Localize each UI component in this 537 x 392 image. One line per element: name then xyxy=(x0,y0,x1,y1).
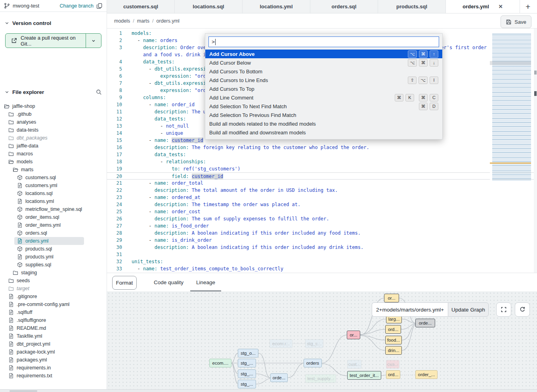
format-button[interactable]: Format xyxy=(112,276,137,290)
lineage-node[interactable]: or... xyxy=(384,294,399,302)
file-row[interactable]: supplies.sql xyxy=(0,261,107,269)
file-row[interactable]: customers.sql xyxy=(0,174,107,182)
palette-item[interactable]: Build all models related to the modified… xyxy=(205,119,442,128)
tab-orders.sql[interactable]: orders.sql xyxy=(310,0,378,13)
file-row[interactable]: Taskfile.yml xyxy=(0,332,107,340)
file-row[interactable]: jaffle-shop xyxy=(0,102,107,110)
lineage-node[interactable]: orders xyxy=(304,359,322,367)
editor-scrollbar[interactable] xyxy=(534,29,537,273)
palette-item[interactable]: Add Selection To Previous Find Match xyxy=(205,111,442,119)
lineage-node[interactable]: cus... xyxy=(386,360,399,369)
file-row[interactable]: locations.yml xyxy=(0,197,107,205)
file-explorer-header[interactable]: File explorer xyxy=(0,88,107,96)
file-row[interactable]: requirements.txt xyxy=(0,372,107,380)
copy-icon[interactable] xyxy=(96,3,103,9)
file-row[interactable]: package-lock.yml xyxy=(0,348,107,356)
breadcrumb-item[interactable]: marts xyxy=(137,18,149,24)
file-row[interactable]: seeds xyxy=(0,277,107,285)
model-icon xyxy=(17,214,23,220)
tab-locations.yml[interactable]: locations.yml xyxy=(243,0,310,13)
file-label: supplies.sql xyxy=(25,262,51,268)
palette-item[interactable]: Add Cursor Above⌥⌘↑ xyxy=(205,50,442,58)
palette-item[interactable]: Add Cursors To Top xyxy=(205,84,442,93)
lineage-node[interactable]: stg_o... xyxy=(238,349,258,358)
lineage-node[interactable]: stg_... xyxy=(238,369,256,378)
breadcrumb-item[interactable]: orders.yml xyxy=(157,18,180,24)
file-row[interactable]: products.sql xyxy=(0,245,107,253)
lineage-node[interactable]: cust... xyxy=(347,360,361,369)
lineage-node[interactable]: test_supply... xyxy=(305,374,336,383)
file-row[interactable]: dbt_packages xyxy=(0,134,107,142)
create-pr-button[interactable]: Create a pull request on Git... xyxy=(5,33,101,48)
lineage-node[interactable]: orde... xyxy=(270,373,288,382)
lineage-node[interactable]: food... xyxy=(385,336,402,344)
lineage-node[interactable]: drin... xyxy=(385,346,402,355)
breadcrumb-item[interactable]: models xyxy=(114,18,130,24)
file-row[interactable]: analyses xyxy=(0,118,107,126)
file-row[interactable]: macros xyxy=(0,150,107,158)
file-row[interactable]: marts xyxy=(0,166,107,174)
save-button[interactable]: Save xyxy=(501,15,531,28)
palette-item[interactable]: Add Cursors to Line Ends⇧⌥I xyxy=(205,76,442,84)
file-row[interactable]: .sqlfluff xyxy=(0,308,107,316)
create-pr-dropdown[interactable] xyxy=(86,34,101,48)
version-control-header[interactable]: Version control xyxy=(0,19,107,27)
file-row[interactable]: order_items.sql xyxy=(0,213,107,221)
file-row[interactable]: models xyxy=(0,158,107,166)
update-graph-button[interactable]: Update Graph xyxy=(448,302,489,317)
create-pr-main[interactable]: Create a pull request on Git... xyxy=(6,34,86,48)
file-row[interactable]: README.md xyxy=(0,324,107,332)
horizontal-scroll-thumb[interactable] xyxy=(10,390,37,392)
lineage-node[interactable]: ord... xyxy=(386,370,400,379)
tab-locations.sql[interactable]: locations.sql xyxy=(175,0,243,13)
file-row[interactable]: staging xyxy=(0,269,107,277)
lineage-node[interactable]: orde... xyxy=(415,319,435,327)
new-tab-button[interactable]: + xyxy=(526,2,530,11)
tab-products.sql[interactable]: products.sql xyxy=(378,0,446,13)
lineage-node[interactable]: stg_c... xyxy=(305,339,323,348)
file-row[interactable]: orders.sql xyxy=(0,229,107,237)
lineage-node[interactable]: stg_... xyxy=(238,359,256,367)
tab-orders.yml[interactable]: orders.yml✕ xyxy=(446,0,520,13)
lineage-search-input[interactable]: 2+models/marts/orders.yml+ xyxy=(372,302,448,317)
file-row[interactable]: packages.yml xyxy=(0,356,107,364)
lineage-canvas[interactable]: ecom....stg_o...stg_...stg_...stg_...ord… xyxy=(107,291,537,389)
file-row[interactable]: .sqlfluffignore xyxy=(0,316,107,324)
search-icon[interactable] xyxy=(96,89,102,95)
refresh-button[interactable] xyxy=(515,302,530,317)
file-row[interactable]: jaffle-data xyxy=(0,142,107,150)
file-row[interactable]: .gitignore xyxy=(0,293,107,300)
palette-item[interactable]: Add Line Comment⌘K⌘C xyxy=(205,93,442,102)
palette-item[interactable]: Add Selection To Next Find Match⌘D xyxy=(205,102,442,111)
file-row[interactable]: customers.yml xyxy=(0,182,107,189)
palette-item[interactable]: Add Cursors To Bottom xyxy=(205,67,442,76)
lineage-node[interactable]: ecom.... xyxy=(209,359,231,367)
lineage-node[interactable]: ord... xyxy=(385,325,401,334)
command-palette-input[interactable]: > xyxy=(208,36,439,47)
tab-customers.sql[interactable]: customers.sql xyxy=(107,0,175,13)
lineage-node[interactable]: or... xyxy=(347,331,360,339)
palette-item[interactable]: Add Cursor Below⌥⌘↓ xyxy=(205,58,442,67)
lineage-node[interactable]: order_... xyxy=(415,370,438,379)
lineage-node[interactable]: test_order_it... xyxy=(347,371,381,380)
close-icon[interactable]: ✕ xyxy=(499,4,503,10)
lineage-node[interactable]: ecom.r... xyxy=(269,339,292,348)
file-row[interactable]: metricflow_time_spine.sql xyxy=(0,205,107,213)
tab-code-quality[interactable]: Code quality xyxy=(154,273,183,291)
file-row[interactable]: products.yml xyxy=(0,253,107,261)
file-row[interactable]: .github xyxy=(0,110,107,118)
file-row[interactable]: order_items.yml xyxy=(0,221,107,229)
minimap[interactable] xyxy=(490,33,531,181)
file-row[interactable]: .pre-commit-config.yaml xyxy=(0,300,107,308)
lineage-node[interactable]: stg_... xyxy=(238,380,256,388)
file-row[interactable]: target xyxy=(0,285,107,293)
fullscreen-button[interactable] xyxy=(496,302,511,317)
file-row[interactable]: orders.yml xyxy=(0,237,107,245)
palette-item[interactable]: Build all modified and downstream models xyxy=(205,128,442,137)
file-row[interactable]: data-tests xyxy=(0,126,107,134)
file-row[interactable]: locations.sql xyxy=(0,189,107,197)
file-row[interactable]: requirements.in xyxy=(0,364,107,372)
tab-lineage[interactable]: Lineage xyxy=(196,273,215,291)
change-branch-link[interactable]: Change branch xyxy=(60,3,94,9)
file-row[interactable]: dbt_project.yml xyxy=(0,340,107,348)
